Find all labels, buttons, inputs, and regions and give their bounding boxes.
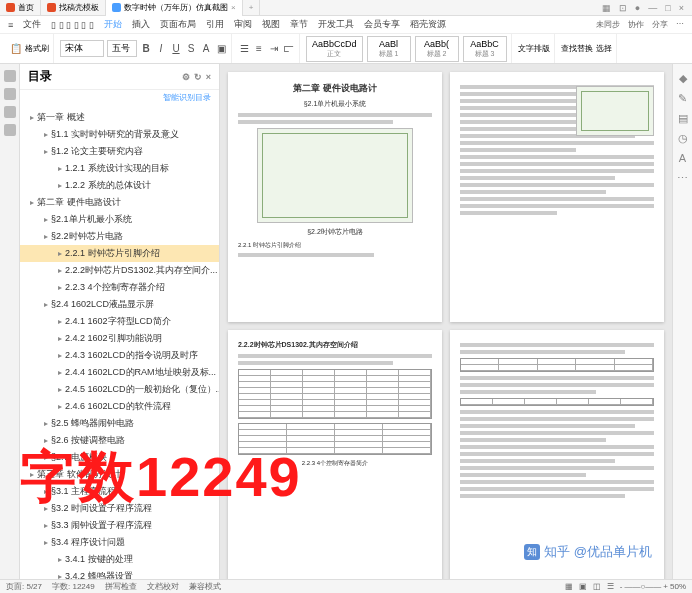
left-tool-3[interactable]: [4, 106, 16, 118]
toc-item[interactable]: 1.2.1 系统设计实现的目标: [20, 160, 219, 177]
collab-button[interactable]: 协作: [628, 19, 644, 30]
toc-item[interactable]: 2.4.4 1602LCD的RAM地址映射及标...: [20, 364, 219, 381]
toc-item[interactable]: 2.4.5 1602LCD的一般初始化（复位）...: [20, 381, 219, 398]
minimize-icon[interactable]: —: [648, 3, 657, 13]
menu-file[interactable]: 文件: [23, 18, 41, 31]
right-tool-a-icon[interactable]: A: [677, 152, 689, 164]
tab-document[interactable]: 数字时钟（万年历）仿真截图×: [106, 0, 243, 16]
status-spell[interactable]: 拼写检查: [105, 581, 137, 592]
fontcolor-icon[interactable]: A: [200, 43, 212, 55]
share-button[interactable]: 分享: [652, 19, 668, 30]
strike-icon[interactable]: S: [185, 43, 197, 55]
zoom-in-icon[interactable]: +: [663, 582, 668, 591]
toc-item[interactable]: §1.2 论文主要研究内容: [20, 143, 219, 160]
toc-item[interactable]: 2.2.2时钟芯片DS1302.其内存空间介...: [20, 262, 219, 279]
toc-item[interactable]: §2.6 按键调整电路: [20, 432, 219, 449]
view-outline-icon[interactable]: ☰: [607, 582, 614, 591]
right-tool-brush-icon[interactable]: ✎: [677, 92, 689, 104]
underline-icon[interactable]: U: [170, 43, 182, 55]
font-size-select[interactable]: 五号: [107, 40, 137, 57]
style-gallery[interactable]: AaBbCcDd正文 AaBl标题 1 AaBb(标题 2 AaBbC标题 3: [302, 34, 512, 63]
avatar-icon[interactable]: ●: [635, 3, 640, 13]
bold-icon[interactable]: B: [140, 43, 152, 55]
close-icon[interactable]: ×: [231, 3, 236, 12]
number-icon[interactable]: ≡: [253, 43, 265, 55]
menu-start[interactable]: 开始: [104, 18, 122, 31]
left-tool-2[interactable]: [4, 88, 16, 100]
more-icon[interactable]: ⋯: [676, 19, 684, 30]
toc-item[interactable]: §2.4 1602LCD液晶显示屏: [20, 296, 219, 313]
toc-item[interactable]: §2.7 电源模块: [20, 449, 219, 466]
status-page[interactable]: 页面: 5/27: [6, 581, 42, 592]
highlight-icon[interactable]: ▣: [215, 43, 227, 55]
toc-item[interactable]: 2.2.1 时钟芯片引脚介绍: [20, 245, 219, 262]
left-tool-1[interactable]: [4, 70, 16, 82]
menu-res[interactable]: 稻壳资源: [410, 18, 446, 31]
close-window-icon[interactable]: ×: [679, 3, 684, 13]
menu-dev[interactable]: 开发工具: [318, 18, 354, 31]
view-mode-icon[interactable]: ▦: [565, 582, 573, 591]
grid-icon[interactable]: ▦: [602, 3, 611, 13]
right-tool-chat-icon[interactable]: ▤: [677, 112, 689, 124]
toc-item[interactable]: §3.3 闹钟设置子程序流程: [20, 517, 219, 534]
toc-item[interactable]: §1.1 实时时钟研究的背景及意义: [20, 126, 219, 143]
toc-settings-icon[interactable]: ⚙: [182, 72, 190, 82]
italic-icon[interactable]: I: [155, 43, 167, 55]
menu-review[interactable]: 审阅: [234, 18, 252, 31]
find-replace[interactable]: 查找替换: [561, 43, 593, 54]
paste-icon[interactable]: 📋: [10, 43, 22, 55]
menu-ref[interactable]: 引用: [206, 18, 224, 31]
zoom-slider[interactable]: ——○——: [624, 582, 661, 591]
toc-item[interactable]: §3.2 时间设置子程序流程: [20, 500, 219, 517]
indent-icon[interactable]: ⇥: [268, 43, 280, 55]
bullet-icon[interactable]: ☰: [238, 43, 250, 55]
tab-home[interactable]: 首页: [0, 0, 41, 16]
toc-item[interactable]: 第三章 软件部分设计: [20, 466, 219, 483]
toc-item[interactable]: 1.2.2 系统的总体设计: [20, 177, 219, 194]
right-tool-more-icon[interactable]: ⋯: [677, 172, 689, 184]
status-words[interactable]: 字数: 12249: [52, 581, 95, 592]
tab-add[interactable]: +: [243, 0, 261, 16]
toc-item[interactable]: §3.1 主程序流程: [20, 483, 219, 500]
smart-toc-link[interactable]: 智能识别目录: [20, 90, 219, 105]
toc-item[interactable]: 2.4.6 1602LCD的软件流程: [20, 398, 219, 415]
tab-template[interactable]: 找稿壳模板: [41, 0, 106, 16]
view-read-icon[interactable]: ▣: [579, 582, 587, 591]
maximize-icon[interactable]: □: [665, 3, 670, 13]
right-tool-diamond-icon[interactable]: ◆: [677, 72, 689, 84]
toc-item[interactable]: 2.4.1 1602字符型LCD简介: [20, 313, 219, 330]
status-doccheck[interactable]: 文档校对: [147, 581, 179, 592]
sync-status[interactable]: 未同步: [596, 19, 620, 30]
toc-item[interactable]: 2.2.3 4个控制寄存器介绍: [20, 279, 219, 296]
menu-layout[interactable]: 页面布局: [160, 18, 196, 31]
toc-refresh-icon[interactable]: ↻: [194, 72, 202, 82]
left-tool-4[interactable]: [4, 124, 16, 136]
toc-item[interactable]: 第一章 概述: [20, 109, 219, 126]
align-icon[interactable]: ⫍: [283, 43, 295, 55]
format-brush[interactable]: 格式刷: [25, 43, 49, 54]
toc-item[interactable]: 3.4.2 蜂鸣器设置: [20, 568, 219, 579]
zoom-value[interactable]: 50%: [670, 582, 686, 591]
select-tool[interactable]: 选择: [596, 43, 612, 54]
toc-item[interactable]: §2.1单片机最小系统: [20, 211, 219, 228]
font-family-select[interactable]: 宋体: [60, 40, 104, 57]
toc-item[interactable]: §3.4 程序设计问题: [20, 534, 219, 551]
toc-item[interactable]: §2.5 蜂鸣器闹钟电路: [20, 415, 219, 432]
restore-icon[interactable]: ⊡: [619, 3, 627, 13]
zoom-out-icon[interactable]: -: [620, 582, 623, 591]
view-web-icon[interactable]: ◫: [593, 582, 601, 591]
menu-chapter[interactable]: 章节: [290, 18, 308, 31]
toc-item[interactable]: 第二章 硬件电路设计: [20, 194, 219, 211]
toc-close-icon[interactable]: ×: [206, 72, 211, 82]
menu-hamburger-icon[interactable]: ≡: [8, 20, 13, 30]
toc-item[interactable]: §2.2时钟芯片电路: [20, 228, 219, 245]
right-tool-clock-icon[interactable]: ◷: [677, 132, 689, 144]
toc-item[interactable]: 2.4.3 1602LCD的指令说明及时序: [20, 347, 219, 364]
toc-item[interactable]: 2.4.2 1602引脚功能说明: [20, 330, 219, 347]
toc-item[interactable]: 3.4.1 按键的处理: [20, 551, 219, 568]
document-canvas[interactable]: 第二章 硬件设电路计 §2.1单片机最小系统 §2.2时钟芯片电路 2.2.1 …: [220, 64, 672, 579]
menu-vip[interactable]: 会员专享: [364, 18, 400, 31]
text-tool-icon[interactable]: 文字排版: [518, 43, 550, 54]
menu-insert[interactable]: 插入: [132, 18, 150, 31]
menu-view[interactable]: 视图: [262, 18, 280, 31]
